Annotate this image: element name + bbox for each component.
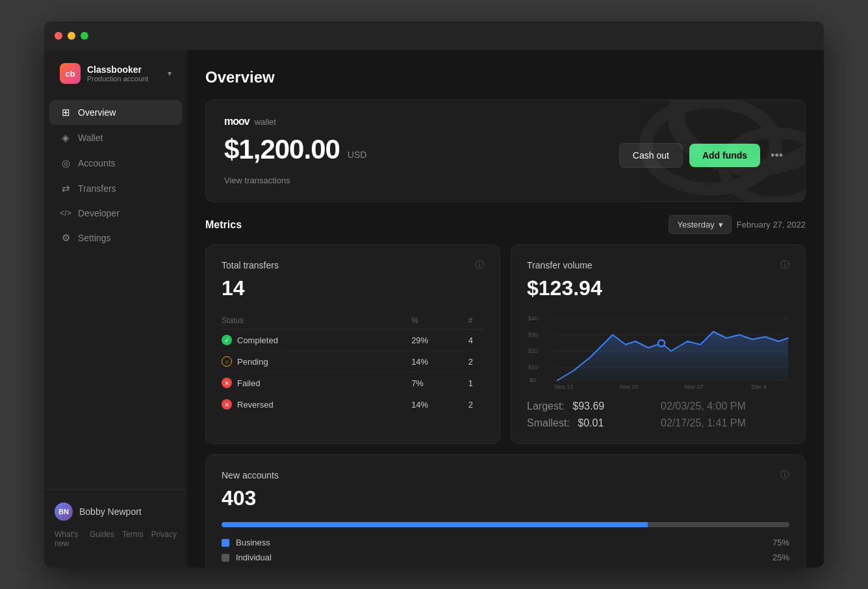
pct-cell: 14% bbox=[411, 351, 468, 373]
app-window: cb Classbooker Production account ▾ ⊞ Ov… bbox=[44, 21, 824, 568]
terms-link[interactable]: Terms bbox=[122, 530, 144, 548]
count-col-header: # bbox=[468, 312, 484, 330]
sidebar-item-wallet[interactable]: ◈ Wallet bbox=[49, 125, 182, 150]
largest-stat-label: Largest: $93.69 bbox=[527, 400, 656, 412]
app-body: cb Classbooker Production account ▾ ⊞ Ov… bbox=[44, 50, 824, 568]
privacy-link[interactable]: Privacy bbox=[151, 530, 177, 548]
brand-info: Classbooker Production account bbox=[87, 64, 161, 83]
sidebar-item-developer[interactable]: </> Developer bbox=[49, 202, 182, 225]
transfer-chart: $40 $30 $20 $10 $0 Nov 13 bbox=[527, 312, 789, 390]
status-col-header: Status bbox=[222, 312, 411, 330]
minimize-button[interactable] bbox=[68, 32, 75, 40]
count-cell: 1 bbox=[468, 373, 484, 394]
wallet-icon: ◈ bbox=[60, 132, 71, 144]
whats-new-link[interactable]: What's new bbox=[55, 530, 82, 548]
total-transfers-card: Total transfers ⓘ 14 Status % # bbox=[205, 244, 500, 444]
sidebar-item-settings[interactable]: ⚙ Settings bbox=[49, 226, 182, 250]
wallet-amount-row: $1,200.00 USD bbox=[224, 134, 366, 165]
total-transfers-header: Total transfers ⓘ bbox=[222, 259, 484, 271]
wallet-card: moov wallet $1,200.00 USD View transacti… bbox=[205, 99, 806, 202]
pct-cell: 29% bbox=[411, 330, 468, 351]
count-cell: 4 bbox=[468, 330, 484, 351]
status-dot: ○ bbox=[222, 356, 232, 367]
progress-business bbox=[222, 522, 648, 527]
new-accounts-header: New accounts ⓘ bbox=[222, 469, 789, 481]
status-table: Status % # ✓ Completed 29% 4 bbox=[222, 312, 484, 415]
date-filter: Yesterday ▾ February 27, 2022 bbox=[669, 215, 806, 234]
svg-point-1 bbox=[646, 102, 776, 189]
transfer-stats: Largest: $93.69 02/03/25, 4:00 PM Smalle… bbox=[527, 400, 789, 429]
dropdown-icon: ▾ bbox=[719, 220, 723, 229]
brand-selector[interactable]: cb Classbooker Production account ▾ bbox=[49, 58, 182, 94]
status-dot: ✕ bbox=[222, 399, 232, 410]
table-row: ○ Pending 14% 2 bbox=[222, 351, 484, 373]
smallest-stat-label: Smallest: $0.01 bbox=[527, 417, 656, 429]
titlebar bbox=[44, 21, 824, 50]
sidebar: cb Classbooker Production account ▾ ⊞ Ov… bbox=[44, 50, 187, 568]
pct-col-header: % bbox=[411, 312, 468, 330]
status-dot: ✓ bbox=[222, 335, 232, 345]
developer-icon: </> bbox=[60, 209, 71, 218]
brand-chevron-icon: ▾ bbox=[168, 69, 172, 78]
svg-text:$0: $0 bbox=[530, 377, 536, 384]
date-label: February 27, 2022 bbox=[737, 220, 806, 229]
maximize-button[interactable] bbox=[81, 32, 88, 40]
svg-text:Nov 20: Nov 20 bbox=[620, 384, 639, 390]
status-cell: ✕ Reversed bbox=[222, 394, 411, 415]
view-transactions-link[interactable]: View transactions bbox=[224, 176, 290, 185]
svg-text:Nov 27: Nov 27 bbox=[685, 384, 704, 390]
count-cell: 2 bbox=[468, 351, 484, 373]
transfer-volume-info-icon[interactable]: ⓘ bbox=[780, 259, 789, 271]
wallet-bg-graphic bbox=[597, 99, 806, 202]
svg-point-13 bbox=[658, 340, 665, 347]
transfers-icon: ⇄ bbox=[60, 183, 71, 194]
wallet-currency: USD bbox=[348, 150, 367, 165]
svg-text:$20: $20 bbox=[528, 348, 538, 354]
svg-text:$30: $30 bbox=[528, 332, 538, 338]
metrics-title: Metrics bbox=[205, 219, 242, 231]
svg-text:Dec 4: Dec 4 bbox=[751, 384, 767, 390]
transfer-volume-card: Transfer volume ⓘ $123.94 bbox=[511, 244, 806, 444]
guides-link[interactable]: Guides bbox=[90, 530, 114, 548]
svg-text:Nov 13: Nov 13 bbox=[555, 384, 574, 390]
new-accounts-card: New accounts ⓘ 403 Business 75% bbox=[205, 454, 806, 568]
pct-cell: 14% bbox=[411, 394, 468, 415]
transfer-volume-header: Transfer volume ⓘ bbox=[527, 259, 789, 271]
status-cell: ✕ Failed bbox=[222, 373, 411, 394]
status-cell: ✓ Completed bbox=[222, 330, 411, 351]
table-row: ✓ Completed 29% 4 bbox=[222, 330, 484, 351]
individual-color-dot bbox=[222, 554, 229, 562]
traffic-lights bbox=[55, 32, 88, 40]
user-row: BN Bobby Newport bbox=[44, 497, 187, 526]
brand-logo: cb bbox=[60, 63, 81, 84]
avatar: BN bbox=[55, 503, 73, 521]
new-accounts-info-icon[interactable]: ⓘ bbox=[780, 469, 789, 481]
main-nav: ⊞ Overview ◈ Wallet ◎ Accounts ⇄ Transfe… bbox=[44, 99, 187, 251]
transfer-volume-title: Transfer volume bbox=[527, 260, 593, 270]
account-type-individual: Individual 25% bbox=[222, 553, 789, 562]
status-cell: ○ Pending bbox=[222, 351, 411, 373]
metrics-header: Metrics Yesterday ▾ February 27, 2022 bbox=[205, 215, 806, 234]
sidebar-item-overview[interactable]: ⊞ Overview bbox=[49, 100, 182, 125]
svg-text:$40: $40 bbox=[528, 315, 538, 322]
smallest-stat-date: 02/17/25, 1:41 PM bbox=[661, 417, 789, 429]
table-row: ✕ Failed 7% 1 bbox=[222, 373, 484, 394]
new-accounts-value: 403 bbox=[222, 486, 789, 510]
sidebar-bottom: BN Bobby Newport What's new Guides Terms… bbox=[44, 489, 187, 560]
overview-icon: ⊞ bbox=[60, 107, 71, 118]
wallet-tag: wallet bbox=[255, 117, 276, 127]
largest-stat-date: 02/03/25, 4:00 PM bbox=[661, 400, 789, 412]
new-accounts-title: New accounts bbox=[222, 470, 279, 480]
close-button[interactable] bbox=[55, 32, 62, 40]
total-transfers-info-icon[interactable]: ⓘ bbox=[475, 259, 484, 271]
moov-logo: moov bbox=[224, 116, 249, 127]
progress-individual bbox=[648, 522, 790, 527]
date-filter-button[interactable]: Yesterday ▾ bbox=[669, 215, 731, 234]
table-row: ✕ Reversed 14% 2 bbox=[222, 394, 484, 415]
sidebar-item-accounts[interactable]: ◎ Accounts bbox=[49, 151, 182, 176]
wallet-amount: $1,200.00 bbox=[224, 134, 340, 165]
accounts-icon: ◎ bbox=[60, 157, 71, 169]
sidebar-item-transfers[interactable]: ⇄ Transfers bbox=[49, 176, 182, 201]
transfer-volume-value: $123.94 bbox=[527, 276, 789, 300]
svg-text:$10: $10 bbox=[528, 364, 538, 371]
